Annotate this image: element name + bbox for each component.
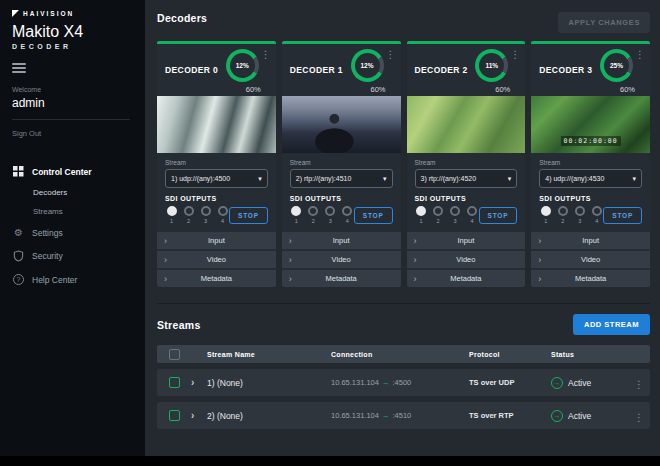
stream-label: Stream bbox=[539, 159, 642, 166]
sidebar-item-help-center[interactable]: ? Help Center bbox=[12, 268, 145, 291]
metadata-expander[interactable]: ›Metadata bbox=[407, 270, 526, 287]
gauge-percent: 25% bbox=[604, 53, 629, 78]
select-all-checkbox[interactable] bbox=[169, 349, 180, 360]
video-expander[interactable]: ›Video bbox=[531, 251, 650, 268]
sdi-output-number: 2 bbox=[561, 218, 564, 224]
sidebar-item-security[interactable]: Security bbox=[12, 244, 145, 268]
nav-label-help-center: Help Center bbox=[32, 275, 77, 285]
sdi-output-number: 1 bbox=[170, 218, 173, 224]
active-status-icon: → bbox=[551, 410, 563, 422]
chevron-right-icon: › bbox=[289, 274, 299, 284]
expand-row-icon[interactable]: › bbox=[191, 377, 207, 388]
expand-row-icon[interactable]: › bbox=[191, 410, 207, 421]
gauge-percent: 11% bbox=[479, 53, 504, 78]
input-expander[interactable]: ›Input bbox=[407, 232, 526, 249]
video-expander[interactable]: ›Video bbox=[157, 251, 276, 268]
nav-label-control-center: Control Center bbox=[32, 167, 92, 177]
input-expander[interactable]: ›Input bbox=[531, 232, 650, 249]
stop-button[interactable]: STOP bbox=[354, 207, 393, 224]
sdi-output-4[interactable]: 4 bbox=[341, 206, 354, 224]
sdi-output-3[interactable]: 3 bbox=[324, 206, 337, 224]
product-name: Makito X4 bbox=[12, 23, 145, 41]
sdi-output-number: 1 bbox=[544, 218, 547, 224]
stop-button[interactable]: STOP bbox=[479, 207, 518, 224]
sdi-output-2[interactable]: 2 bbox=[182, 206, 195, 224]
sdi-output-1[interactable]: 1 bbox=[539, 206, 552, 224]
sdi-output-number: 4 bbox=[221, 218, 224, 224]
sdi-output-3[interactable]: 3 bbox=[449, 206, 462, 224]
stream-connection: 10.65.131.104 → :4500 bbox=[323, 378, 463, 387]
sdi-output-number: 4 bbox=[595, 218, 598, 224]
streams-section: Streams ADD STREAM Stream Name Connectio… bbox=[157, 303, 650, 429]
decoder-load-percent: 60% bbox=[495, 85, 510, 94]
sign-out-link[interactable]: Sign Out bbox=[12, 129, 145, 138]
status-arrow-icon: → bbox=[554, 379, 561, 386]
input-expander[interactable]: ›Input bbox=[157, 232, 276, 249]
expander-label: Metadata bbox=[174, 274, 259, 283]
stream-select-value: 2) rtp://(any):4510 bbox=[296, 175, 352, 182]
sidebar-item-settings[interactable]: ⚙ Settings bbox=[12, 221, 145, 244]
sdi-output-dot bbox=[342, 206, 352, 216]
sdi-outputs-label: SDI OUTPUTS bbox=[539, 195, 642, 202]
sdi-output-2[interactable]: 2 bbox=[432, 206, 445, 224]
gauge-area: 12% ⋮ 60% bbox=[226, 49, 271, 94]
decoders-header: Decoders APPLY CHANGES bbox=[157, 12, 650, 33]
menu-icon[interactable] bbox=[12, 63, 26, 73]
sdi-output-dot bbox=[541, 206, 551, 216]
sdi-output-1[interactable]: 1 bbox=[290, 206, 303, 224]
video-expander[interactable]: ›Video bbox=[282, 251, 401, 268]
metadata-expander[interactable]: ›Metadata bbox=[531, 270, 650, 287]
sdi-outputs-area: SDI OUTPUTS 1 2 3 4 STOP bbox=[531, 192, 650, 230]
metadata-expander[interactable]: ›Metadata bbox=[157, 270, 276, 287]
sdi-outputs-label: SDI OUTPUTS bbox=[290, 195, 393, 202]
sdi-output-1[interactable]: 1 bbox=[415, 206, 428, 224]
sdi-output-number: 3 bbox=[453, 218, 456, 224]
stream-select[interactable]: 2) rtp://(any):4510 ▾ bbox=[290, 169, 393, 188]
stream-checkbox[interactable] bbox=[169, 410, 180, 421]
decoder-usage-gauge: 12% bbox=[351, 49, 384, 82]
sdi-output-4[interactable]: 4 bbox=[590, 206, 603, 224]
column-status: Status bbox=[551, 351, 628, 358]
sdi-output-2[interactable]: 2 bbox=[556, 206, 569, 224]
stream-status: → Active bbox=[551, 410, 628, 422]
row-menu-icon[interactable]: ⋮ bbox=[634, 379, 644, 390]
chevron-right-icon: › bbox=[414, 274, 424, 284]
row-menu-icon[interactable]: ⋮ bbox=[634, 412, 644, 423]
expander-label: Input bbox=[548, 236, 633, 245]
stop-button[interactable]: STOP bbox=[229, 207, 268, 224]
decoder-menu-icon[interactable]: ⋮ bbox=[635, 49, 645, 60]
stream-checkbox[interactable] bbox=[169, 377, 180, 388]
expander-label: Metadata bbox=[424, 274, 509, 283]
decoder-menu-icon[interactable]: ⋮ bbox=[510, 49, 520, 60]
decoder-menu-icon[interactable]: ⋮ bbox=[386, 49, 396, 60]
metadata-expander[interactable]: ›Metadata bbox=[282, 270, 401, 287]
sdi-output-4[interactable]: 4 bbox=[216, 206, 229, 224]
sdi-output-1[interactable]: 1 bbox=[165, 206, 178, 224]
stream-name: 1) (None) bbox=[207, 378, 243, 388]
add-stream-button[interactable]: ADD STREAM bbox=[573, 314, 650, 335]
stream-select[interactable]: 4) udp://(any):4530 ▾ bbox=[539, 169, 642, 188]
stream-select[interactable]: 1) udp://(any):4500 ▾ bbox=[165, 169, 268, 188]
sdi-output-3[interactable]: 3 bbox=[199, 206, 212, 224]
sdi-output-dot bbox=[184, 206, 194, 216]
expander-label: Input bbox=[299, 236, 384, 245]
sdi-output-3[interactable]: 3 bbox=[573, 206, 586, 224]
sidebar-item-streams[interactable]: Streams bbox=[12, 202, 145, 221]
decoder-menu-icon[interactable]: ⋮ bbox=[261, 49, 271, 60]
sidebar-item-decoders[interactable]: Decoders bbox=[12, 183, 145, 202]
decoders-section-title: Decoders bbox=[157, 12, 207, 24]
decoder-preview bbox=[157, 96, 276, 153]
stream-select[interactable]: 3) rtp://(any):4520 ▾ bbox=[415, 169, 518, 188]
sdi-output-dot bbox=[575, 206, 585, 216]
sidebar-item-control-center[interactable]: Control Center bbox=[12, 160, 145, 183]
sdi-output-2[interactable]: 2 bbox=[307, 206, 320, 224]
stop-button[interactable]: STOP bbox=[603, 207, 642, 224]
sdi-output-4[interactable]: 4 bbox=[466, 206, 479, 224]
apply-changes-button[interactable]: APPLY CHANGES bbox=[558, 12, 650, 33]
column-stream-name: Stream Name bbox=[191, 351, 323, 358]
chevron-right-icon: › bbox=[538, 255, 548, 265]
chevron-right-icon: › bbox=[414, 255, 424, 265]
sdi-output-dot bbox=[433, 206, 443, 216]
video-expander[interactable]: ›Video bbox=[407, 251, 526, 268]
input-expander[interactable]: ›Input bbox=[282, 232, 401, 249]
